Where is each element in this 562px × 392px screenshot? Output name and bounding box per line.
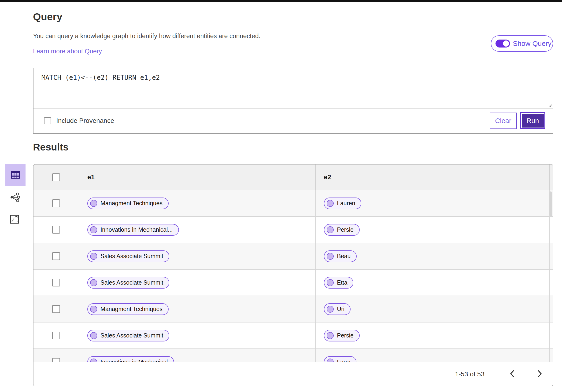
clear-button[interactable]: Clear — [490, 113, 517, 129]
entity-pill[interactable]: Larry — [324, 356, 356, 362]
table-row: Sales Associate Summit Etta — [34, 270, 553, 296]
table-row: Managment Techniques Uri — [34, 296, 553, 323]
entity-dot-icon — [327, 306, 334, 313]
entity-dot-icon — [327, 279, 334, 286]
cell-e2: Persie — [316, 217, 550, 243]
row-checkbox[interactable] — [52, 332, 60, 339]
row-checkbox[interactable] — [52, 279, 60, 287]
cell-e1: Sales Associate Summit — [79, 323, 316, 348]
row-checkbox-cell — [34, 323, 79, 348]
entity-pill[interactable]: Persie — [324, 224, 360, 236]
vertical-scrollbar-thumb[interactable] — [549, 191, 552, 216]
row-scrollbar-gutter — [550, 270, 553, 296]
resize-handle-icon[interactable] — [547, 103, 552, 107]
entity-pill-label: Managment Techniques — [100, 306, 163, 312]
row-checkbox[interactable] — [52, 358, 60, 362]
query-text-input[interactable]: MATCH (e1)<--(e2) RETURN e1,e2 — [34, 68, 553, 81]
entity-dot-icon — [327, 200, 334, 207]
query-panel: MATCH (e1)<--(e2) RETURN e1,e2 Include P… — [33, 68, 553, 134]
view-switcher-table-button[interactable] — [5, 164, 25, 186]
row-checkbox-cell — [34, 296, 79, 322]
row-checkbox-cell — [34, 217, 79, 243]
show-query-toggle-button[interactable]: Show Query — [491, 35, 553, 52]
top-black-bar — [0, 0, 562, 2]
toggle-switch-icon[interactable] — [495, 40, 510, 47]
entity-pill-label: Lauren — [337, 200, 355, 207]
view-switcher-graph-button[interactable] — [9, 192, 21, 203]
entity-pill[interactable]: Uri — [324, 303, 351, 315]
row-checkbox[interactable] — [52, 226, 60, 234]
table-icon — [11, 171, 20, 180]
entity-dot-icon — [327, 332, 334, 339]
entity-dot-icon — [90, 306, 97, 313]
entity-pill-label: Etta — [337, 279, 347, 286]
cell-e1: Sales Associate Summit — [79, 270, 316, 296]
cell-e1: Sales Associate Summit — [79, 243, 316, 269]
table-row: Managment Techniques Lauren — [34, 190, 553, 217]
row-checkbox-cell — [34, 190, 79, 216]
entity-dot-icon — [327, 358, 334, 362]
entity-pill-label: Managment Techniques — [100, 200, 163, 207]
include-provenance-checkbox[interactable] — [44, 117, 51, 124]
entity-pill[interactable]: Managment Techniques — [87, 197, 169, 209]
entity-pill[interactable]: Beau — [324, 250, 357, 262]
pagination-next-button[interactable] — [533, 367, 547, 381]
cell-e2: Uri — [316, 296, 550, 322]
entity-pill-label: Sales Associate Summit — [100, 279, 163, 286]
query-toolbar: Include Provenance Clear Run — [34, 109, 553, 133]
expand-graph-icon — [10, 215, 19, 224]
entity-dot-icon — [327, 253, 334, 260]
entity-dot-icon — [90, 358, 97, 362]
cell-e1: Managment Techniques — [79, 190, 316, 216]
entity-pill[interactable]: Managment Techniques — [87, 303, 169, 315]
entity-pill[interactable]: Innovations in Mechanical... — [87, 224, 179, 236]
entity-pill[interactable]: Sales Associate Summit — [87, 277, 169, 288]
entity-pill-label: Sales Associate Summit — [100, 332, 163, 339]
query-page: Query You can query a knowledge graph to… — [0, 0, 562, 392]
entity-dot-icon — [327, 226, 334, 233]
select-all-checkbox[interactable] — [52, 173, 60, 181]
row-scrollbar-gutter — [550, 349, 553, 362]
entity-pill[interactable]: Lauren — [324, 197, 361, 209]
entity-dot-icon — [90, 200, 97, 207]
column-header-e2: e2 — [316, 164, 550, 190]
entity-dot-icon — [90, 226, 97, 233]
table-row: Innovations in Mechanical... Persie — [34, 217, 553, 243]
table-row: Sales Associate Summit Persie — [34, 323, 553, 349]
chevron-left-icon — [510, 370, 515, 379]
include-provenance-control[interactable]: Include Provenance — [44, 109, 114, 133]
cell-e2: Persie — [316, 323, 550, 348]
results-table-card: e1 e2 Managment Techniques Lauren — [33, 164, 553, 386]
row-checkbox[interactable] — [52, 199, 60, 207]
query-editor[interactable]: MATCH (e1)<--(e2) RETURN e1,e2 — [34, 68, 553, 109]
entity-pill[interactable]: Sales Associate Summit — [87, 330, 169, 341]
row-checkbox-cell — [34, 349, 79, 362]
entity-dot-icon — [90, 279, 97, 286]
show-query-label: Show Query — [513, 40, 551, 47]
run-button[interactable]: Run — [521, 113, 544, 128]
entity-pill[interactable]: Persie — [324, 330, 360, 341]
table-row: Innovations in Mechanical Larry — [34, 349, 553, 362]
cell-e1: Managment Techniques — [79, 296, 316, 322]
cell-e2: Lauren — [316, 190, 550, 216]
entity-pill-label: Innovations in Mechanical — [100, 358, 168, 362]
row-checkbox[interactable] — [52, 305, 60, 313]
row-scrollbar-gutter — [550, 323, 553, 348]
page-description: You can query a knowledge graph to ident… — [33, 33, 260, 40]
row-checkbox-cell — [34, 243, 79, 269]
row-scrollbar-gutter — [550, 243, 553, 269]
entity-pill[interactable]: Etta — [324, 277, 353, 288]
row-scrollbar-gutter — [550, 296, 553, 322]
table-body: Managment Techniques Lauren Innovations … — [34, 190, 553, 362]
table-header-row: e1 e2 — [34, 164, 553, 190]
page-title: Query — [33, 11, 62, 23]
row-checkbox[interactable] — [52, 252, 60, 260]
entity-pill[interactable]: Sales Associate Summit — [87, 250, 169, 262]
learn-more-link[interactable]: Learn more about Query — [33, 48, 102, 55]
pagination-bar: 1-53 of 53 — [34, 362, 553, 386]
entity-pill-label: Uri — [337, 306, 344, 312]
pagination-prev-button[interactable] — [505, 367, 519, 381]
view-switcher-expand-button[interactable] — [9, 214, 20, 225]
row-scrollbar-gutter — [550, 217, 553, 243]
entity-pill[interactable]: Innovations in Mechanical — [87, 356, 174, 362]
